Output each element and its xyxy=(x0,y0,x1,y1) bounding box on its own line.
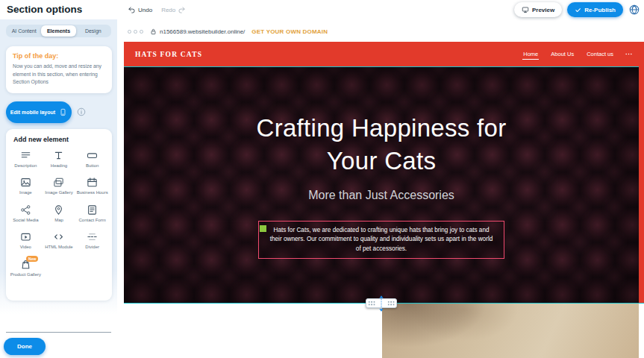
window-dot xyxy=(134,30,137,34)
element-button[interactable]: Button xyxy=(75,150,109,169)
heading-icon xyxy=(53,150,64,161)
drag-dots xyxy=(368,301,375,306)
preview-label: Preview xyxy=(532,7,554,13)
phone-icon xyxy=(59,108,67,116)
element-label: Video xyxy=(20,245,31,251)
history-controls: Undo Redo xyxy=(128,0,186,19)
nav-contact-us[interactable]: Contact us xyxy=(586,48,614,60)
get-domain-link[interactable]: GET YOUR OWN DOMAIN xyxy=(251,28,328,35)
element-label: Divider xyxy=(85,245,99,251)
undo-icon xyxy=(128,6,136,14)
undo-button[interactable]: Undo xyxy=(128,6,152,14)
new-badge: New xyxy=(26,256,38,262)
element-label: Heading xyxy=(51,163,67,169)
edit-mobile-layout-button[interactable]: Edit mobile layout xyxy=(6,101,72,123)
element-grid: DescriptionHeadingButtonImageImage Galle… xyxy=(9,150,109,278)
map-icon xyxy=(53,204,64,216)
check-icon xyxy=(575,7,581,13)
element-label: HTML Module xyxy=(45,245,72,251)
hero-title-line1: Crafting Happiness for xyxy=(257,112,507,145)
window-dot xyxy=(128,30,131,34)
element-description[interactable]: Description xyxy=(9,150,43,169)
social-media-icon xyxy=(20,204,31,216)
tip-title: Tip of the day: xyxy=(13,52,105,60)
sand-image[interactable] xyxy=(382,304,639,358)
element-label: Contact Form xyxy=(78,218,105,224)
element-html-module[interactable]: HTML Module xyxy=(43,231,76,251)
browser-bar: n1566589.websitebuilder.online/ GET YOUR… xyxy=(124,26,639,37)
contact-form-icon xyxy=(87,204,98,216)
site-url: n1566589.websitebuilder.online/ xyxy=(160,28,245,35)
element-contact-form[interactable]: Contact Form xyxy=(75,204,109,224)
nav-home[interactable]: Home xyxy=(522,48,539,60)
image-icon xyxy=(20,177,31,188)
site-preview: HATS FOR CATS HomeAbout UsContact us Cra… xyxy=(124,42,644,358)
undo-label: Undo xyxy=(138,7,152,13)
site-logo[interactable]: HATS FOR CATS xyxy=(135,51,202,58)
hero-paragraph: Hats for Cats, we are dedicated to craft… xyxy=(267,226,495,254)
element-social-media[interactable]: Social Media xyxy=(9,204,43,224)
element-label: Button xyxy=(86,163,99,169)
image-gallery-icon xyxy=(53,177,64,188)
topbar-actions: Preview Re-Publish xyxy=(514,2,640,17)
button-icon xyxy=(87,150,98,161)
hero-title: Crafting Happiness for Your Cats xyxy=(257,112,507,177)
redo-icon xyxy=(178,6,186,14)
element-video[interactable]: Video xyxy=(9,231,43,251)
nav-about-us[interactable]: About Us xyxy=(550,48,575,60)
redo-label: Redo xyxy=(161,7,175,13)
element-image-gallery[interactable]: Image Gallery xyxy=(43,177,76,196)
tab-design[interactable]: Design xyxy=(76,25,110,37)
info-icon[interactable] xyxy=(77,107,86,116)
business-hours-icon xyxy=(87,177,98,188)
page-title: Section options xyxy=(7,4,82,15)
element-label: Business Hours xyxy=(77,190,108,196)
redo-button[interactable]: Redo xyxy=(161,6,186,14)
element-label: Product Gallery xyxy=(10,272,41,278)
element-label: Social Media xyxy=(13,218,38,224)
window-dot xyxy=(140,30,143,34)
globe-icon[interactable] xyxy=(628,4,640,16)
tip-body: Now you can add, move and resize any ele… xyxy=(13,63,105,87)
edit-mobile-label: Edit mobile layout xyxy=(10,110,55,115)
republish-button[interactable]: Re-Publish xyxy=(567,2,623,17)
add-element-title: Add new element xyxy=(13,136,109,143)
element-label: Image xyxy=(19,190,32,196)
element-label: Map xyxy=(54,218,63,224)
hero-section[interactable]: Crafting Happiness for Your Cats More th… xyxy=(124,66,639,303)
element-divider[interactable]: Divider xyxy=(75,231,109,251)
done-button[interactable]: Done xyxy=(4,338,46,355)
element-heading[interactable]: Heading xyxy=(43,150,76,169)
topbar: Section options Undo Redo Preview Re-Pub… xyxy=(0,0,644,19)
canvas-area: n1566589.websitebuilder.online/ GET YOUR… xyxy=(124,19,644,358)
site-header: HATS FOR CATS HomeAbout UsContact us xyxy=(124,42,644,66)
add-element-card: Add new element DescriptionHeadingButton… xyxy=(6,129,112,301)
element-map[interactable]: Map xyxy=(43,204,76,224)
hero-subtitle: More than Just Accessories xyxy=(308,189,454,202)
hero-title-line2: Your Cats xyxy=(257,145,507,178)
tab-elements[interactable]: Elements xyxy=(41,25,75,37)
tip-card: Tip of the day: Now you can add, move an… xyxy=(6,46,112,93)
element-label: Image Gallery xyxy=(45,190,72,196)
divider-icon xyxy=(87,231,98,242)
section-resize-handle[interactable] xyxy=(366,298,397,308)
element-business-hours[interactable]: Business Hours xyxy=(75,177,109,196)
tab-ai-content[interactable]: AI Content xyxy=(7,25,41,37)
video-icon xyxy=(20,231,31,242)
html-module-icon xyxy=(53,231,64,242)
drag-dots xyxy=(387,301,395,306)
resize-handle-green[interactable] xyxy=(260,225,266,232)
element-product-gallery[interactable]: Product GalleryNew xyxy=(9,259,43,278)
republish-label: Re-Publish xyxy=(584,7,616,13)
sidebar-divider xyxy=(6,332,111,333)
element-image[interactable]: Image xyxy=(9,177,43,196)
resize-arrows xyxy=(378,298,385,308)
site-nav: HomeAbout UsContact us xyxy=(522,48,614,60)
description-icon xyxy=(20,150,31,161)
edit-mobile-row: Edit mobile layout xyxy=(6,101,112,123)
preview-button[interactable]: Preview xyxy=(514,2,562,17)
monitor-icon xyxy=(522,6,529,13)
hero-text-box[interactable]: Hats for Cats, we are dedicated to craft… xyxy=(258,221,504,259)
ellipsis-icon[interactable] xyxy=(625,50,633,58)
lock-icon xyxy=(150,28,157,35)
